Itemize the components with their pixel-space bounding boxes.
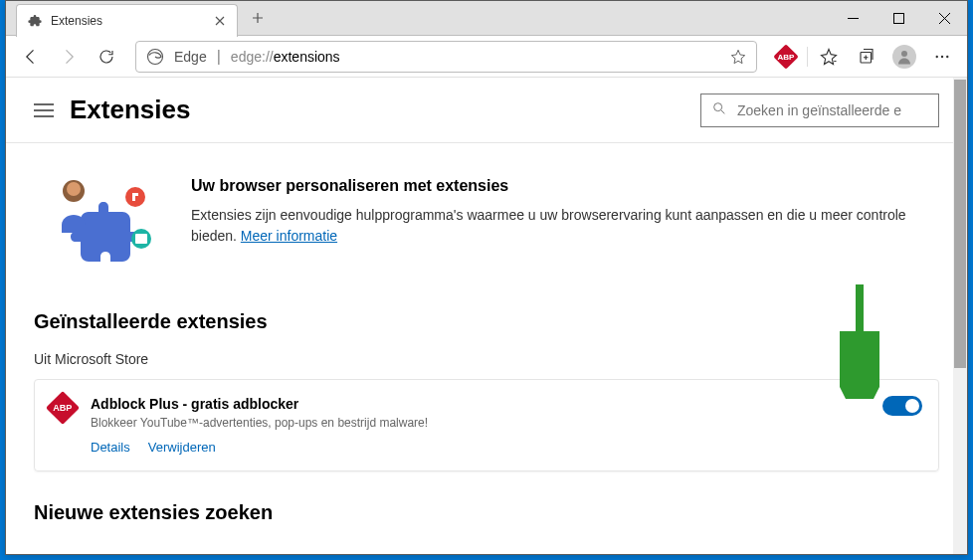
more-info-link[interactable]: Meer informatie	[241, 228, 337, 244]
banner-body: Extensies zijn eenvoudige hulpprogramma'…	[191, 205, 929, 247]
extension-description: Blokkeer YouTube™-advertenties, pop-ups …	[91, 416, 867, 430]
abp-extension-button[interactable]: ABP	[769, 40, 803, 74]
engine-label: Edge	[174, 49, 207, 65]
more-menu-button[interactable]	[925, 40, 959, 74]
svg-point-13	[67, 182, 81, 196]
profile-button[interactable]	[887, 40, 921, 74]
svg-point-4	[936, 55, 938, 57]
maximize-button[interactable]	[876, 3, 921, 33]
scrollbar-track[interactable]	[953, 78, 967, 554]
browser-window: Extensies Edge |	[5, 0, 968, 555]
favorites-button[interactable]	[812, 40, 846, 74]
svg-point-6	[946, 55, 948, 57]
tab-title: Extensies	[51, 14, 205, 28]
collections-button[interactable]	[850, 40, 883, 74]
svg-point-7	[714, 102, 722, 110]
banner-illustration	[44, 177, 163, 277]
banner-text: Uw browser personaliseren met extensies …	[191, 177, 929, 277]
refresh-button[interactable]	[90, 40, 123, 74]
extension-toggle[interactable]	[882, 396, 922, 416]
avatar-icon	[892, 45, 916, 69]
personalize-banner: Uw browser personaliseren met extensies …	[34, 143, 939, 286]
main-area: Uw browser personaliseren met extensies …	[6, 143, 967, 554]
extension-remove-link[interactable]: Verwijderen	[148, 440, 216, 455]
page-title: Extensies	[70, 94, 190, 125]
installed-section-heading: Geïnstalleerde extensies	[34, 310, 939, 333]
favorite-star-icon[interactable]	[730, 49, 746, 65]
extension-card: ABP Adblock Plus - gratis adblocker Blok…	[34, 379, 939, 471]
back-button[interactable]	[14, 40, 48, 74]
toggle-knob	[905, 399, 919, 413]
extension-icon	[27, 13, 43, 29]
search-icon	[711, 100, 727, 120]
window-controls	[830, 3, 967, 33]
titlebar: Extensies	[6, 1, 967, 36]
extension-abp-icon: ABP	[51, 396, 75, 420]
search-new-section-heading: Nieuwe extensies zoeken	[34, 501, 939, 524]
address-separator: |	[217, 48, 221, 66]
page-header: Extensies	[6, 78, 967, 143]
banner-heading: Uw browser personaliseren met extensies	[191, 177, 929, 195]
scrollbar-thumb[interactable]	[954, 80, 966, 368]
url-display: edge://extensions	[231, 49, 340, 65]
address-bar[interactable]: Edge | edge://extensions	[135, 41, 757, 73]
search-input[interactable]	[737, 102, 928, 118]
svg-point-5	[941, 55, 943, 57]
extension-name: Adblock Plus - gratis adblocker	[91, 396, 867, 412]
svg-rect-10	[135, 234, 147, 244]
toolbar: Edge | edge://extensions ABP	[6, 36, 967, 78]
store-source-label: Uit Microsoft Store	[34, 351, 939, 367]
search-box[interactable]	[700, 93, 939, 127]
close-window-button[interactable]	[921, 3, 967, 33]
toolbar-separator	[807, 47, 808, 67]
extension-details-link[interactable]: Details	[91, 440, 130, 455]
tab-extensions[interactable]: Extensies	[16, 4, 238, 37]
minimize-button[interactable]	[830, 3, 876, 33]
new-tab-button[interactable]	[244, 4, 272, 32]
forward-button[interactable]	[52, 40, 86, 74]
edge-logo-icon	[146, 48, 164, 66]
page-content: Extensies	[6, 78, 967, 554]
tab-close-button[interactable]	[213, 14, 227, 28]
svg-rect-0	[893, 13, 903, 23]
hamburger-menu-button[interactable]	[34, 103, 54, 117]
svg-point-3	[901, 51, 907, 57]
